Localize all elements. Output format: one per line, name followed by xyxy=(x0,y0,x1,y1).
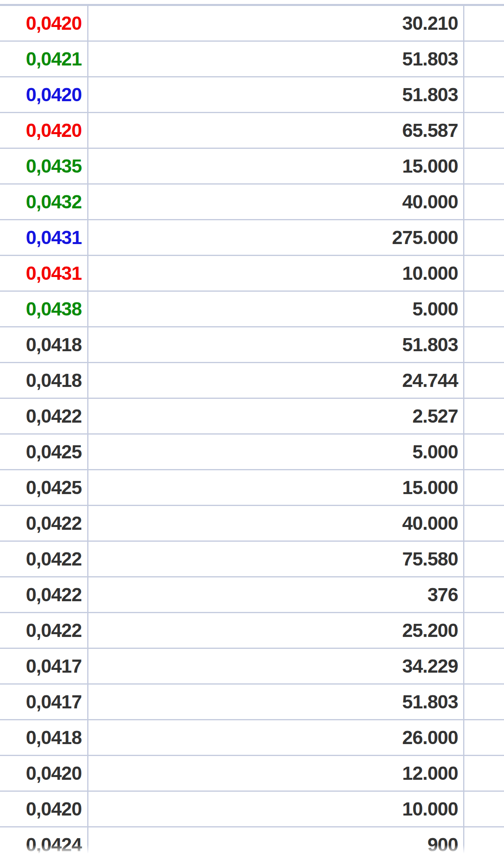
table-row[interactable]: 0,0431 10.000 xyxy=(0,256,504,292)
empty-cell xyxy=(464,649,504,683)
volume-cell: 5.000 xyxy=(88,292,464,326)
price-cell: 0,0418 xyxy=(0,720,88,755)
price-cell: 0,0417 xyxy=(0,685,88,719)
volume-cell: 51.803 xyxy=(88,42,464,76)
empty-cell xyxy=(464,435,504,469)
table-row[interactable]: 0,0420 12.000 xyxy=(0,756,504,792)
empty-cell xyxy=(464,720,504,755)
volume-cell: 15.000 xyxy=(88,149,464,183)
volume-cell: 65.587 xyxy=(88,113,464,148)
price-cell: 0,0438 xyxy=(0,292,88,326)
price-cell: 0,0420 xyxy=(0,756,88,791)
volume-cell: 2.527 xyxy=(88,399,464,433)
table-row[interactable]: 0,0424 900 xyxy=(0,827,504,856)
table-row[interactable]: 0,0420 10.000 xyxy=(0,792,504,827)
price-cell: 0,0432 xyxy=(0,185,88,219)
empty-cell xyxy=(464,42,504,76)
empty-cell xyxy=(464,256,504,290)
trades-table: 0,0420 30.210 0,0421 51.803 0,0420 51.80… xyxy=(0,4,504,856)
empty-cell xyxy=(464,363,504,398)
volume-cell: 25.200 xyxy=(88,613,464,648)
empty-cell xyxy=(464,399,504,433)
empty-cell xyxy=(464,827,504,856)
empty-cell xyxy=(464,685,504,719)
price-cell: 0,0424 xyxy=(0,827,88,856)
empty-cell xyxy=(464,756,504,791)
volume-cell: 40.000 xyxy=(88,185,464,219)
volume-cell: 24.744 xyxy=(88,363,464,398)
price-cell: 0,0431 xyxy=(0,256,88,290)
empty-cell xyxy=(464,613,504,648)
volume-cell: 51.803 xyxy=(88,685,464,719)
price-cell: 0,0420 xyxy=(0,77,88,112)
table-row[interactable]: 0,0420 30.210 xyxy=(0,6,504,42)
table-row[interactable]: 0,0435 15.000 xyxy=(0,149,504,185)
empty-cell xyxy=(464,185,504,219)
empty-cell xyxy=(464,292,504,326)
volume-cell: 5.000 xyxy=(88,435,464,469)
table-row[interactable]: 0,0417 51.803 xyxy=(0,685,504,720)
table-row[interactable]: 0,0422 25.200 xyxy=(0,613,504,649)
empty-cell xyxy=(464,149,504,183)
price-cell: 0,0422 xyxy=(0,506,88,541)
volume-cell: 900 xyxy=(88,827,464,856)
empty-cell xyxy=(464,113,504,148)
empty-cell xyxy=(464,220,504,255)
volume-cell: 51.803 xyxy=(88,77,464,112)
table-row[interactable]: 0,0418 24.744 xyxy=(0,363,504,399)
table-row[interactable]: 0,0431 275.000 xyxy=(0,220,504,256)
table-row[interactable]: 0,0422 75.580 xyxy=(0,542,504,577)
table-row[interactable]: 0,0417 34.229 xyxy=(0,649,504,685)
price-cell: 0,0418 xyxy=(0,363,88,398)
empty-cell xyxy=(464,577,504,612)
top-edge-gap xyxy=(0,0,504,4)
volume-cell: 34.229 xyxy=(88,649,464,683)
volume-cell: 40.000 xyxy=(88,506,464,541)
table-row[interactable]: 0,0422 376 xyxy=(0,577,504,613)
volume-cell: 51.803 xyxy=(88,327,464,362)
table-row[interactable]: 0,0420 51.803 xyxy=(0,77,504,113)
table-row[interactable]: 0,0420 65.587 xyxy=(0,113,504,149)
price-cell: 0,0425 xyxy=(0,435,88,469)
price-cell: 0,0417 xyxy=(0,649,88,683)
empty-cell xyxy=(464,6,504,40)
table-row[interactable]: 0,0422 2.527 xyxy=(0,399,504,435)
price-cell: 0,0420 xyxy=(0,792,88,826)
price-cell: 0,0422 xyxy=(0,399,88,433)
empty-cell xyxy=(464,77,504,112)
table-row[interactable]: 0,0421 51.803 xyxy=(0,42,504,77)
volume-cell: 30.210 xyxy=(88,6,464,40)
volume-cell: 376 xyxy=(88,577,464,612)
table-row[interactable]: 0,0425 15.000 xyxy=(0,470,504,506)
volume-cell: 10.000 xyxy=(88,256,464,290)
volume-cell: 10.000 xyxy=(88,792,464,826)
table-row[interactable]: 0,0422 40.000 xyxy=(0,506,504,542)
table-row[interactable]: 0,0418 26.000 xyxy=(0,720,504,756)
price-cell: 0,0421 xyxy=(0,42,88,76)
empty-cell xyxy=(464,792,504,826)
price-cell: 0,0420 xyxy=(0,113,88,148)
volume-cell: 15.000 xyxy=(88,470,464,505)
volume-cell: 12.000 xyxy=(88,756,464,791)
empty-cell xyxy=(464,506,504,541)
price-cell: 0,0431 xyxy=(0,220,88,255)
price-cell: 0,0422 xyxy=(0,613,88,648)
empty-cell xyxy=(464,470,504,505)
table-row[interactable]: 0,0418 51.803 xyxy=(0,327,504,363)
volume-cell: 75.580 xyxy=(88,542,464,576)
empty-cell xyxy=(464,542,504,576)
volume-cell: 275.000 xyxy=(88,220,464,255)
price-cell: 0,0435 xyxy=(0,149,88,183)
table-row[interactable]: 0,0432 40.000 xyxy=(0,185,504,220)
volume-cell: 26.000 xyxy=(88,720,464,755)
price-cell: 0,0425 xyxy=(0,470,88,505)
price-cell: 0,0422 xyxy=(0,577,88,612)
empty-cell xyxy=(464,327,504,362)
price-cell: 0,0422 xyxy=(0,542,88,576)
table-row[interactable]: 0,0438 5.000 xyxy=(0,292,504,327)
price-cell: 0,0420 xyxy=(0,6,88,40)
price-cell: 0,0418 xyxy=(0,327,88,362)
table-row[interactable]: 0,0425 5.000 xyxy=(0,435,504,470)
